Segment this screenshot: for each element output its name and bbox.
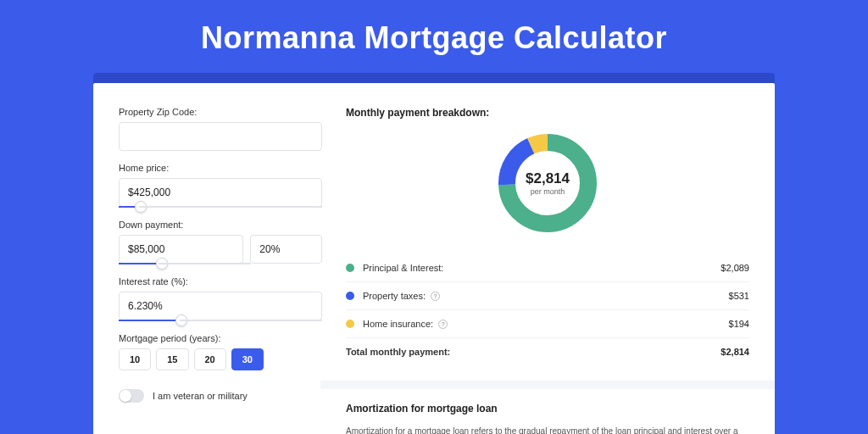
period-button-30[interactable]: 30: [231, 348, 264, 370]
donut-container: $2,814 per month: [346, 132, 749, 234]
rate-label: Interest rate (%):: [119, 276, 322, 287]
total-label: Total monthly payment:: [346, 347, 721, 357]
price-slider[interactable]: [119, 206, 322, 208]
amort-title: Amortization for mortgage loan: [346, 403, 749, 415]
amortization-section: Amortization for mortgage loan Amortizat…: [320, 381, 775, 434]
down-amount-input[interactable]: [119, 235, 243, 264]
breakdown-row: Home insurance:?$194: [346, 310, 749, 338]
breakdown-row: Principal & Interest:$2,089: [346, 254, 749, 282]
slider-thumb-icon[interactable]: [135, 201, 147, 213]
form-panel: Property Zip Code: Home price: Down paym…: [119, 107, 322, 434]
breakdown-value: $2,089: [721, 263, 749, 273]
down-field: Down payment:: [119, 220, 322, 264]
zip-input[interactable]: [119, 122, 322, 151]
breakdown-label: Property taxes:?: [363, 291, 729, 301]
down-label: Down payment:: [119, 220, 322, 230]
period-button-15[interactable]: 15: [156, 348, 188, 370]
legend-dot-icon: [346, 320, 354, 328]
period-label: Mortgage period (years):: [119, 333, 322, 343]
info-icon[interactable]: ?: [431, 292, 440, 301]
calculator-card: Property Zip Code: Home price: Down paym…: [93, 83, 775, 434]
legend-dot-icon: [346, 292, 354, 300]
donut-center: $2,814 per month: [497, 132, 598, 234]
card-backdrop: Property Zip Code: Home price: Down paym…: [93, 73, 775, 434]
slider-thumb-icon[interactable]: [156, 258, 168, 270]
donut-sub: per month: [531, 187, 565, 196]
price-label: Home price:: [119, 163, 322, 173]
rate-input[interactable]: [119, 292, 322, 320]
total-value: $2,814: [721, 347, 749, 357]
breakdown-value: $531: [729, 291, 749, 301]
zip-label: Property Zip Code:: [119, 107, 322, 117]
zip-field: Property Zip Code:: [119, 107, 322, 151]
rate-slider[interactable]: [119, 320, 322, 321]
breakdown-list: Principal & Interest:$2,089Property taxe…: [346, 254, 749, 365]
donut-chart: $2,814 per month: [497, 132, 598, 234]
price-field: Home price:: [119, 163, 322, 208]
period-button-20[interactable]: 20: [194, 348, 226, 370]
rate-field: Interest rate (%):: [119, 276, 322, 321]
slider-thumb-icon[interactable]: [175, 314, 187, 326]
period-buttons: 10152030: [119, 348, 322, 370]
toggle-knob-icon: [120, 390, 131, 402]
breakdown-value: $194: [729, 319, 749, 329]
breakdown-label: Home insurance:?: [363, 319, 729, 329]
info-icon[interactable]: ?: [438, 320, 448, 329]
period-button-10[interactable]: 10: [119, 348, 151, 370]
period-field: Mortgage period (years): 10152030: [119, 333, 322, 370]
donut-amount: $2,814: [526, 170, 570, 187]
down-slider[interactable]: [119, 263, 251, 264]
veteran-row: I am veteran or military: [119, 389, 322, 403]
breakdown-total-row: Total monthly payment:$2,814: [346, 338, 749, 365]
veteran-label: I am veteran or military: [153, 391, 248, 401]
breakdown-label: Principal & Interest:: [363, 263, 721, 273]
breakdown-title: Monthly payment breakdown:: [346, 107, 749, 119]
amort-text: Amortization for a mortgage loan refers …: [346, 425, 749, 434]
page-title: Normanna Mortgage Calculator: [0, 0, 868, 73]
breakdown-row: Property taxes:?$531: [346, 282, 749, 310]
down-pct-input[interactable]: [250, 235, 322, 264]
veteran-toggle[interactable]: [119, 389, 144, 403]
legend-dot-icon: [346, 264, 354, 272]
breakdown-panel: Monthly payment breakdown: $2,814 per mo…: [346, 107, 749, 434]
price-input[interactable]: [119, 178, 322, 207]
